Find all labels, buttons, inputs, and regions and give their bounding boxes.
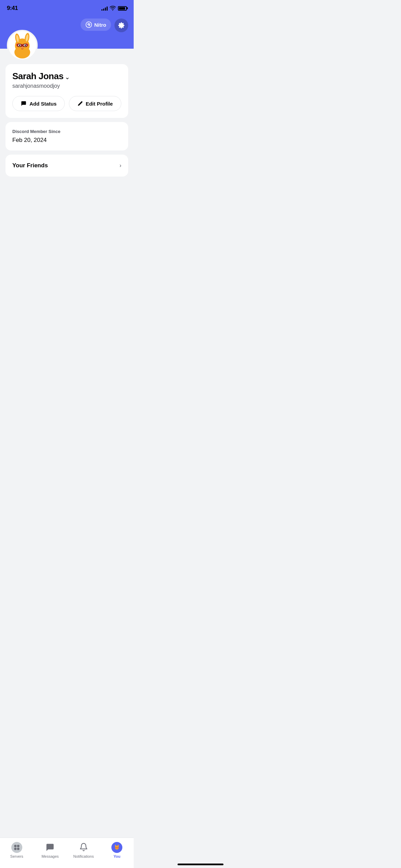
svg-point-11 — [19, 45, 20, 46]
member-since-label: Discord Member Since — [12, 129, 121, 134]
svg-point-0 — [112, 10, 113, 11]
gear-icon — [118, 22, 125, 29]
display-name: Sarah Jonas — [12, 71, 63, 82]
status-icons — [101, 6, 127, 11]
nitro-button[interactable]: Nitro — [81, 19, 111, 31]
signal-icon — [101, 6, 108, 11]
add-status-button[interactable]: Add Status — [12, 96, 65, 111]
edit-profile-label: Edit Profile — [86, 101, 113, 107]
add-status-label: Add Status — [29, 101, 57, 107]
friends-label: Your Friends — [12, 162, 48, 169]
chevron-down-icon: ⌄ — [65, 73, 70, 81]
svg-point-2 — [88, 24, 89, 25]
edit-profile-button[interactable]: Edit Profile — [69, 96, 121, 111]
action-buttons: Add Status Edit Profile — [12, 96, 121, 111]
svg-point-16 — [22, 47, 23, 48]
settings-button[interactable] — [114, 19, 128, 32]
avatar-image — [8, 31, 36, 59]
status-bar: 9:41 — [0, 0, 134, 14]
avatar — [7, 30, 38, 61]
display-name-row: Sarah Jonas ⌄ — [12, 71, 121, 82]
status-time: 9:41 — [7, 5, 18, 12]
username: sarahjonasmoodjoy — [12, 83, 121, 89]
wifi-icon — [110, 6, 116, 11]
profile-card: Sarah Jonas ⌄ sarahjonasmoodjoy Add Stat… — [5, 64, 128, 118]
pencil-icon — [77, 101, 83, 106]
svg-point-12 — [25, 45, 26, 46]
chat-icon — [21, 100, 27, 107]
member-since-card: Discord Member Since Feb 20, 2024 — [5, 122, 128, 150]
chevron-right-icon: › — [120, 162, 121, 169]
member-since-date: Feb 20, 2024 — [12, 137, 121, 144]
nitro-icon — [85, 21, 92, 28]
friends-card[interactable]: Your Friends › — [5, 155, 128, 177]
battery-icon — [118, 6, 127, 11]
nitro-label: Nitro — [94, 22, 106, 28]
